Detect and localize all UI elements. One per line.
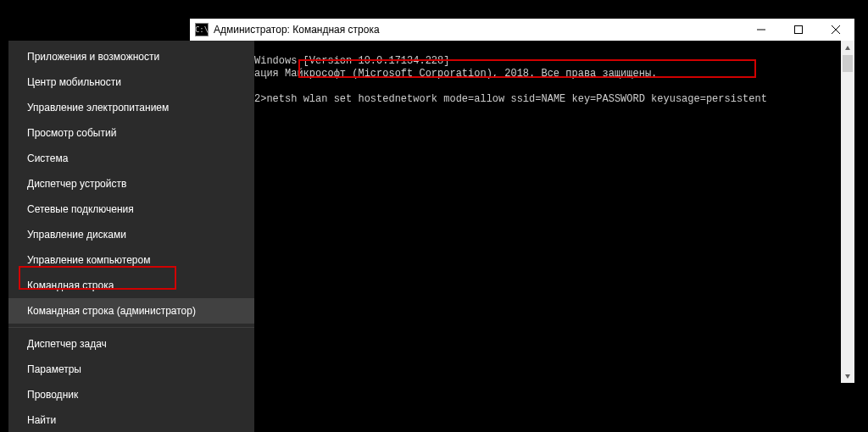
svg-rect-1: [795, 26, 803, 34]
menu-item-label: Приложения и возможности: [27, 51, 159, 63]
menu-item-label: Проводник: [27, 389, 78, 401]
menu-item-mobility-center[interactable]: Центр мобильности: [8, 69, 254, 95]
menu-item-settings[interactable]: Параметры: [8, 357, 254, 382]
menu-item-label: Найти: [27, 414, 56, 426]
menu-item-apps-features[interactable]: Приложения и возможности: [8, 44, 254, 69]
scroll-down-button[interactable]: [841, 368, 854, 383]
menu-item-label: Центр мобильности: [27, 76, 121, 88]
console-area[interactable]: Microsoft Windows [Version 10.0.17134.22…: [190, 41, 854, 383]
minimize-button[interactable]: [743, 19, 780, 41]
menu-item-label: Командная строка: [27, 280, 114, 291]
menu-item-disk-management[interactable]: Управление дисками: [8, 222, 254, 247]
menu-divider: [8, 327, 254, 328]
svg-marker-4: [845, 46, 850, 50]
scroll-track[interactable]: [841, 55, 854, 368]
menu-item-label: Управление компьютером: [27, 254, 150, 266]
command-prompt-window: C:\ Администратор: Командная строка Micr…: [190, 19, 854, 383]
cmd-icon: C:\: [195, 23, 209, 36]
winx-power-menu: Приложения и возможности Центр мобильнос…: [8, 41, 254, 432]
close-button[interactable]: [817, 19, 854, 41]
menu-item-cmd-admin[interactable]: Командная строка (администратор): [8, 298, 254, 324]
menu-item-label: Система: [27, 152, 68, 164]
menu-item-label: Управление электропитанием: [27, 102, 169, 114]
menu-item-label: Управление дисками: [27, 229, 126, 241]
scroll-up-button[interactable]: [841, 41, 854, 55]
titlebar[interactable]: C:\ Администратор: Командная строка: [190, 19, 854, 41]
menu-item-system[interactable]: Система: [8, 146, 254, 171]
maximize-button[interactable]: [780, 19, 817, 41]
scroll-thumb[interactable]: [843, 55, 853, 72]
menu-item-task-manager[interactable]: Диспетчер задач: [8, 331, 254, 357]
menu-item-file-explorer[interactable]: Проводник: [8, 382, 254, 407]
menu-item-network-connections[interactable]: Сетевые подключения: [8, 197, 254, 222]
svg-marker-5: [845, 374, 850, 379]
menu-item-computer-management[interactable]: Управление компьютером: [8, 247, 254, 273]
console-line: (c) Корпорация Майкрософт (Microsoft Cor…: [193, 68, 657, 80]
menu-item-cmd[interactable]: Командная строка: [8, 273, 254, 298]
menu-item-label: Диспетчер задач: [27, 338, 107, 350]
menu-item-search[interactable]: Найти: [8, 407, 254, 432]
menu-item-event-viewer[interactable]: Просмотр событий: [8, 120, 254, 146]
menu-item-label: Диспетчер устройств: [27, 178, 126, 190]
window-title: Администратор: Командная строка: [214, 24, 743, 36]
menu-item-device-manager[interactable]: Диспетчер устройств: [8, 171, 254, 197]
menu-item-label: Сетевые подключения: [27, 203, 134, 215]
menu-item-label: Просмотр событий: [27, 127, 116, 139]
menu-item-label: Командная строка (администратор): [27, 305, 196, 317]
menu-item-label: Параметры: [27, 363, 81, 375]
menu-item-power-options[interactable]: Управление электропитанием: [8, 95, 254, 120]
scrollbar[interactable]: [841, 41, 854, 383]
console-command: netsh wlan set hostednetwork mode=allow …: [266, 93, 767, 105]
